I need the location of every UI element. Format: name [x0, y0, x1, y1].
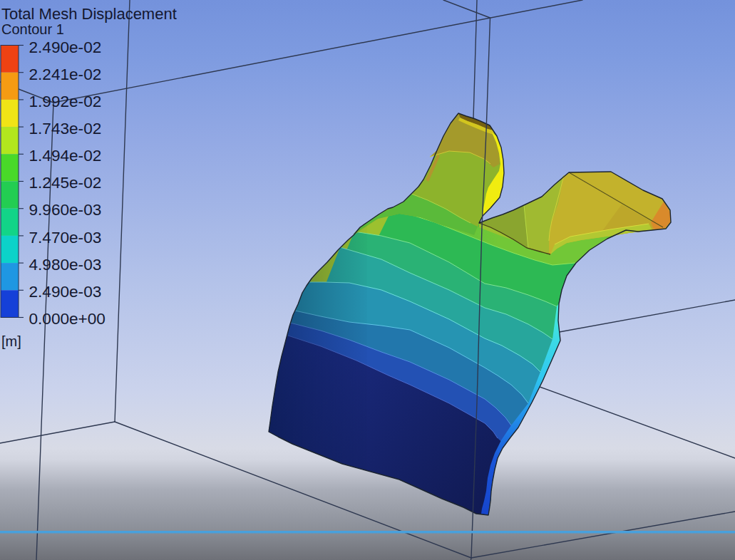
svg-text:4.980e-03: 4.980e-03 [29, 256, 102, 274]
svg-text:7.470e-03: 7.470e-03 [29, 229, 102, 247]
svg-text:2.490e-02: 2.490e-02 [29, 38, 102, 56]
svg-text:1.743e-02: 1.743e-02 [29, 120, 102, 138]
svg-text:2.490e-03: 2.490e-03 [29, 283, 102, 301]
svg-text:2.241e-02: 2.241e-02 [29, 66, 102, 83]
svg-text:Contour 1: Contour 1 [1, 21, 64, 37]
svg-text:1.245e-02: 1.245e-02 [29, 174, 102, 192]
svg-text:1.992e-02: 1.992e-02 [29, 93, 102, 110]
svg-text:Total Mesh Displacement: Total Mesh Displacement [1, 5, 177, 23]
svg-text:1.494e-02: 1.494e-02 [29, 147, 102, 165]
svg-text:0.000e+00: 0.000e+00 [29, 310, 106, 328]
svg-text:9.960e-03: 9.960e-03 [29, 201, 102, 219]
svg-text:[m]: [m] [1, 333, 21, 349]
